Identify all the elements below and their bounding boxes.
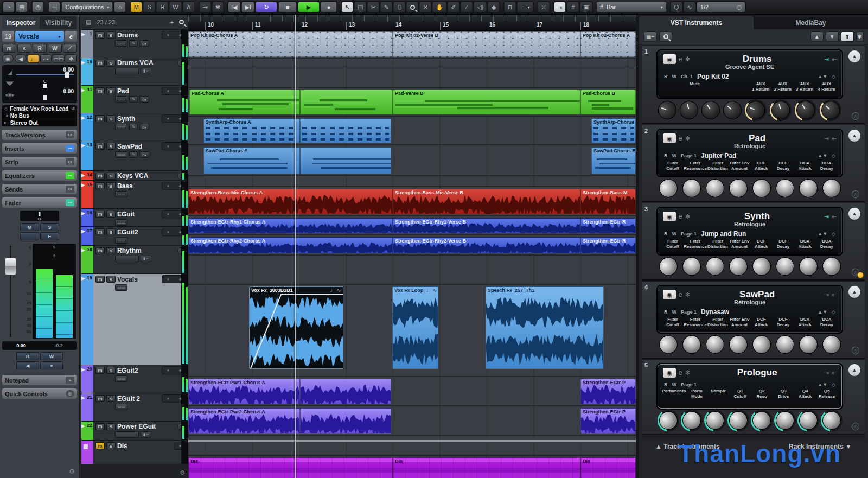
star-icon[interactable]: ✱: [212, 2, 224, 12]
quick-control-knob[interactable]: [726, 333, 749, 356]
quick-control-knob[interactable]: [773, 254, 797, 278]
lane-drums[interactable]: Pop Kit 02-Chorus APop Kit 02-Verse BPop…: [188, 31, 636, 59]
play-button[interactable]: ▶: [298, 2, 320, 12]
track-mute-button[interactable]: m: [95, 228, 105, 235]
track-row-vocals[interactable]: ▶19msVocals●◀▭▭: [81, 274, 188, 365]
quick-control-knob[interactable]: [773, 176, 797, 200]
draw-tool[interactable]: ✐: [448, 2, 459, 12]
track-mute-button[interactable]: m: [95, 115, 105, 122]
track-solo-button[interactable]: s: [106, 276, 116, 283]
clip-eguit2-pwr2[interactable]: [300, 408, 391, 434]
auto-fade-button[interactable]: ⟋: [63, 44, 77, 53]
rack-clock-icon[interactable]: ◴: [852, 347, 859, 354]
vca-blank-button[interactable]: [115, 256, 139, 262]
read-button[interactable]: R: [664, 74, 668, 79]
section-equalizers[interactable]: Equalizers⊶: [2, 170, 77, 181]
quick-control-knob[interactable]: [820, 177, 843, 199]
track-preset-row[interactable]: ◇Female Vox Rock Lead↺: [2, 105, 77, 112]
preset-name[interactable]: Jump and Run: [701, 230, 813, 238]
quick-control-knob[interactable]: [705, 335, 724, 354]
preset-browse-icon[interactable]: ◇: [832, 74, 835, 79]
preset-up-down-icon[interactable]: ▲▼: [818, 231, 827, 237]
preset-browse-icon[interactable]: ◇: [832, 153, 835, 158]
channel-edit-button[interactable]: E: [40, 232, 59, 240]
grid-type-select[interactable]: #Bar▾: [596, 2, 667, 12]
quantize-icon[interactable]: Q: [671, 2, 682, 12]
lane-power-eguit[interactable]: [188, 437, 636, 456]
record-button[interactable]: ●: [321, 2, 337, 12]
add-track-icon[interactable]: +: [170, 19, 174, 26]
grid-icon[interactable]: #: [567, 2, 579, 12]
section-sends[interactable]: Sends⊶: [2, 184, 77, 194]
preset-name[interactable]: Jupiter Pad: [701, 152, 813, 160]
freeze-icon[interactable]: ❄: [685, 55, 691, 63]
section-strip[interactable]: Strip⊶: [2, 157, 77, 167]
clip-strengthen-egtr-p[interactable]: Strengthen-EGtr-P: [580, 408, 636, 434]
section-notepad[interactable]: Notepad≡: [2, 375, 77, 385]
timebase-icon[interactable]: c●: [139, 124, 149, 130]
track-solo-button[interactable]: s: [106, 442, 116, 449]
track-solo-button[interactable]: s: [106, 423, 116, 430]
track-mute-button[interactable]: m: [95, 173, 105, 180]
lane-drums-vca[interactable]: [188, 60, 636, 88]
clip-pad-chorus-b[interactable]: Pad-Chorus B: [580, 90, 636, 114]
rack-drums[interactable]: 1◉e❄Drums⇥⇤Groove Agent SERWCh. 1Pop Kit…: [642, 46, 865, 124]
lanes-icon[interactable]: ▭▭: [115, 237, 127, 244]
quick-control-knob[interactable]: [749, 175, 774, 201]
lane-dis[interactable]: DIsDIsDIs: [188, 457, 636, 478]
automation-r-button[interactable]: R: [156, 2, 168, 12]
clip-eguit2-pwr1[interactable]: [300, 379, 391, 404]
clip-strengthen-egtr-rhy1-verse-b[interactable]: Strengthen-EGtr-Rhy1-Verse B: [393, 218, 580, 233]
quick-control-knob[interactable]: [799, 179, 818, 198]
preset-up-down-icon[interactable]: ▲▼: [818, 74, 827, 79]
rack-clock-icon[interactable]: ◴: [852, 112, 859, 120]
rack-collapse-button[interactable]: ▲: [848, 130, 860, 142]
track-row-eguit2[interactable]: ▶17msEGuit2●◀▭▭: [81, 227, 188, 246]
lane-eguit2[interactable]: Strengthen-EGtr-Rhy2-Chorus AStrengthen-…: [188, 237, 636, 256]
track-row-keys-vca[interactable]: ▶14msKeys VCAe: [81, 171, 188, 181]
inspector-gear-icon[interactable]: ⚙: [69, 468, 75, 475]
section-inserts[interactable]: Inserts⊶: [2, 143, 77, 154]
channel-mute-button[interactable]: M: [20, 223, 39, 231]
clip-strengthen-egtr-pwr2-chorus-a[interactable]: Strengthen-EGtr-Pwr2-Chorus A: [188, 408, 300, 434]
line-tool[interactable]: ∕: [461, 2, 473, 12]
edit-instrument-button[interactable]: e: [679, 55, 682, 63]
input-icon[interactable]: ⇥: [824, 369, 829, 377]
automation-a-button[interactable]: A: [183, 2, 195, 12]
quick-control-knob[interactable]: [721, 99, 744, 122]
tab-visibility[interactable]: Visibility: [40, 16, 77, 29]
track-mute-button[interactable]: m: [95, 31, 105, 39]
write-button[interactable]: W: [672, 74, 677, 79]
write-button[interactable]: W: [48, 44, 62, 53]
section-quick-controls[interactable]: Quick Controls◎: [2, 388, 77, 399]
power-button[interactable]: ◉: [663, 368, 676, 378]
crossfade-icon[interactable]: ⤬: [538, 2, 550, 12]
track-solo-button[interactable]: s: [106, 228, 116, 235]
record-enable-icon[interactable]: ●: [162, 367, 174, 374]
move-up-icon[interactable]: ▲: [810, 31, 824, 42]
drag-tool[interactable]: ✋: [432, 2, 446, 12]
rack-collapse-button[interactable]: ▲: [848, 286, 860, 298]
clip-pad-verse-b[interactable]: Pad-Verse B: [393, 90, 580, 114]
track-row-rhythm[interactable]: ▶18msRhythme▮ ⌐: [81, 246, 188, 274]
track-row-pad[interactable]: ▶11msPad●◀▭▭✎c●: [81, 86, 188, 113]
track-mute-button[interactable]: m: [95, 143, 105, 150]
autoscroll-icon[interactable]: ⇥: [199, 2, 211, 12]
lane-rhythm[interactable]: [188, 257, 636, 285]
collapse-all-icon[interactable]: ⬆: [841, 31, 854, 42]
lanes-icon[interactable]: ▭▭: [115, 375, 127, 382]
write-button[interactable]: W: [40, 352, 63, 360]
record-enable-icon[interactable]: ●: [162, 228, 174, 235]
clip-pad-chorus-a[interactable]: Pad-Chorus A: [189, 90, 300, 114]
rack-sawpad[interactable]: 4◉e❄SawPad⇥⇤RetrologueRWPage 1Dynasaw▲▼◇…: [642, 282, 865, 359]
lanes-icon[interactable]: ▭▭: [115, 96, 127, 103]
tab-inspector[interactable]: Inspector: [2, 16, 40, 29]
record-enable-icon[interactable]: ●: [162, 31, 174, 39]
preset-up-down-icon[interactable]: ▲▼: [818, 382, 827, 387]
read-button[interactable]: R: [33, 44, 47, 53]
power-button[interactable]: ◉: [663, 54, 676, 64]
clip-pop-kit-02-chorus-a[interactable]: Pop Kit 02-Chorus A: [188, 31, 393, 57]
lanes-icon[interactable]: ▭▭: [53, 54, 64, 63]
lane-pad[interactable]: Pad-Chorus APad-Verse BPad-Chorus B: [188, 89, 636, 117]
clip-strengthen-egtr-rhy2-chorus-a[interactable]: Strengthen-EGtr-Rhy2-Chorus A: [188, 237, 393, 253]
